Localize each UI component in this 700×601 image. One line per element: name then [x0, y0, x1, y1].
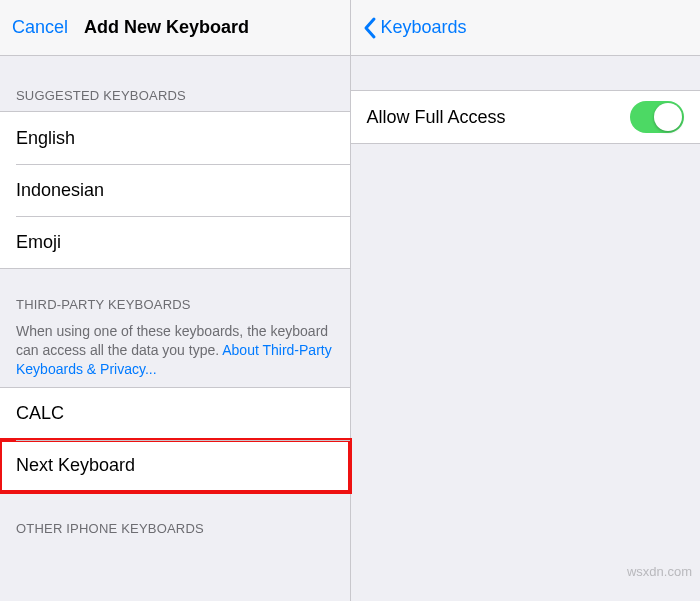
suggested-header: SUGGESTED KEYBOARDS [0, 56, 350, 111]
page-title-left: Add New Keyboard [84, 17, 249, 38]
thirdparty-desc: When using one of these keyboards, the k… [0, 320, 350, 387]
chevron-left-icon [363, 16, 377, 40]
back-label: Keyboards [381, 17, 467, 38]
add-keyboard-pane: Cancel Add New Keyboard SUGGESTED KEYBOA… [0, 0, 351, 601]
back-button[interactable]: Keyboards [363, 16, 467, 40]
thirdparty-header: THIRD-PARTY KEYBOARDS [0, 269, 350, 320]
nav-bar-left: Cancel Add New Keyboard [0, 0, 350, 56]
settings-list: Allow Full Access [351, 90, 701, 144]
suggested-list: English Indonesian Emoji [0, 111, 350, 269]
allow-full-access-label: Allow Full Access [367, 107, 506, 128]
nav-bar-right: Keyboards [351, 0, 701, 56]
keyboard-row-calc[interactable]: CALC [0, 388, 350, 440]
keyboard-row-next-keyboard[interactable]: Next Keyboard [0, 440, 350, 492]
keyboard-row-english[interactable]: English [0, 112, 350, 164]
cancel-button[interactable]: Cancel [12, 17, 68, 38]
thirdparty-list: CALC Next Keyboard [0, 387, 350, 493]
toggle-knob [654, 103, 682, 131]
allow-full-access-row[interactable]: Allow Full Access [351, 91, 701, 143]
keyboard-row-emoji[interactable]: Emoji [0, 216, 350, 268]
allow-full-access-toggle[interactable] [630, 101, 684, 133]
other-header: OTHER IPHONE KEYBOARDS [0, 493, 350, 544]
watermark: wsxdn.com [627, 564, 692, 579]
keyboard-row-indonesian[interactable]: Indonesian [0, 164, 350, 216]
keyboard-detail-pane: Keyboards Allow Full Access [351, 0, 701, 601]
